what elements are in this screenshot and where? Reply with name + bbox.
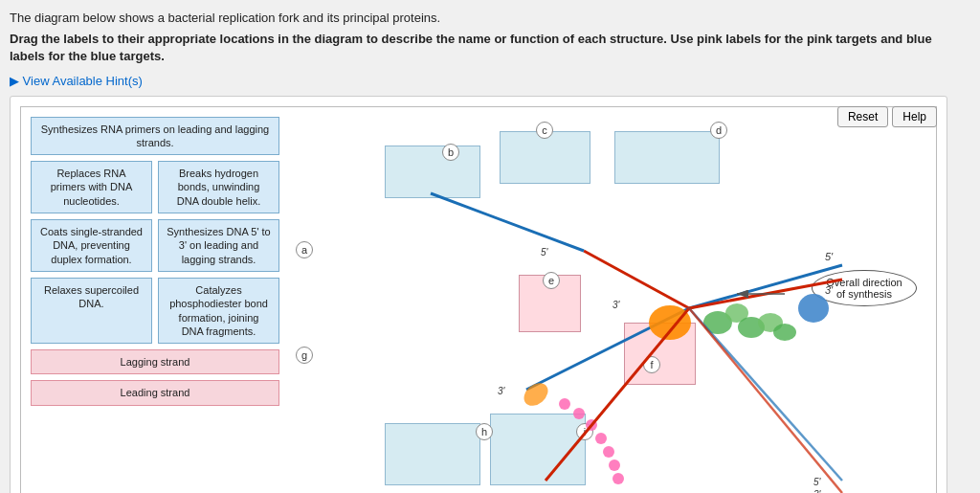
- label-row-2: Replaces RNA primers with DNA nucleotide…: [31, 161, 279, 213]
- hint-text: ▶ View Available Hint(s): [10, 74, 143, 88]
- svg-line-6: [431, 193, 584, 251]
- hint-link[interactable]: ▶ View Available Hint(s): [10, 74, 143, 88]
- svg-text:5': 5': [813, 477, 822, 487]
- label-leading-strand[interactable]: Leading strand: [31, 380, 279, 405]
- svg-line-4: [584, 251, 689, 308]
- diagram-area: Overall direction of synthesis a b c d e…: [289, 117, 926, 493]
- instructions-panel: The diagram below shows a bacterial repl…: [10, 10, 947, 66]
- labels-panel: Synthesizes RNA primers on leading and l…: [31, 117, 289, 493]
- label-lagging-strand[interactable]: Lagging strand: [31, 349, 279, 374]
- label-relaxes[interactable]: Relaxes supercoiled DNA.: [31, 278, 152, 344]
- label-row-5: Lagging strand: [31, 349, 279, 374]
- svg-point-13: [612, 473, 624, 484]
- svg-text:3': 3': [498, 386, 506, 396]
- instruction-line2: Drag the labels to their appropriate loc…: [10, 31, 947, 65]
- svg-point-11: [603, 446, 614, 458]
- svg-point-19: [649, 305, 691, 340]
- inner-box: Synthesizes RNA primers on leading and l…: [20, 106, 937, 493]
- label-synthesizes-dna[interactable]: Synthesizes DNA 5' to 3' on leading and …: [158, 219, 279, 272]
- svg-text:5': 5': [825, 251, 834, 262]
- label-coats-ssdna[interactable]: Coats single-stranded DNA, preventing du…: [31, 219, 152, 272]
- label-row-1: Synthesizes RNA primers on leading and l…: [31, 117, 279, 156]
- svg-text:3': 3': [612, 300, 621, 310]
- svg-text:5': 5': [541, 247, 549, 258]
- label-catalyzes[interactable]: Catalyzes phosphodiester bond formation,…: [158, 278, 279, 344]
- label-breaks-hydrogen[interactable]: Breaks hydrogen bonds, unwinding DNA dou…: [158, 161, 279, 213]
- label-synthesizes-rna[interactable]: Synthesizes RNA primers on leading and l…: [31, 117, 279, 156]
- instruction-line1: The diagram below shows a bacterial repl…: [10, 10, 947, 27]
- svg-point-7: [559, 398, 570, 410]
- svg-point-12: [609, 459, 620, 471]
- svg-point-8: [573, 408, 585, 419]
- label-row-3: Coats single-stranded DNA, preventing du…: [31, 219, 279, 272]
- svg-line-25: [546, 308, 689, 481]
- svg-point-18: [773, 324, 796, 341]
- svg-point-20: [798, 294, 829, 323]
- svg-line-29: [689, 308, 842, 493]
- label-replaces-rna[interactable]: Replaces RNA primers with DNA nucleotide…: [31, 161, 152, 213]
- main-container: Reset Help Synthesizes RNA primers on le…: [10, 96, 947, 493]
- svg-point-10: [595, 433, 607, 444]
- svg-text:3': 3': [825, 284, 834, 296]
- svg-text:3': 3': [813, 489, 822, 493]
- dna-diagram-svg: 5' 3': [289, 117, 926, 493]
- label-row-4: Relaxes supercoiled DNA. Catalyzes phosp…: [31, 278, 279, 344]
- label-row-6: Leading strand: [31, 380, 279, 405]
